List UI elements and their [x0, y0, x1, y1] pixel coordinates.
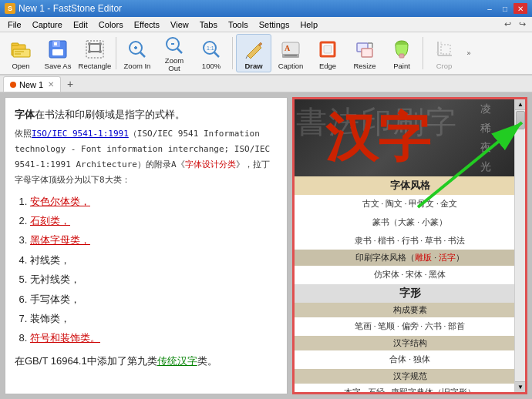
- rp-row-7: 本字 · 石经 · 康熙字典体（旧字形）: [295, 384, 525, 394]
- svg-line-24: [214, 52, 219, 57]
- svg-rect-33: [362, 49, 372, 57]
- menu-capture[interactable]: Capture: [28, 18, 67, 31]
- zoom-out-button[interactable]: Zoom Out: [157, 34, 192, 72]
- menu-bar: File Capture Edit Colors Effects View Ta…: [0, 17, 532, 32]
- window-controls: – □ ✕: [483, 3, 527, 14]
- caption-button[interactable]: A Caption: [273, 34, 308, 72]
- side-char-1: 凌: [480, 102, 491, 116]
- draw-button[interactable]: Draw: [236, 34, 271, 72]
- menu-colors[interactable]: Colors: [94, 18, 128, 31]
- list-item-1: 安色尔体类，: [30, 193, 278, 210]
- rp-row-3: 隶书 · 楷书 · 行书 · 草书 · 书法: [295, 232, 525, 250]
- intro-text: 在书法和印刷领域是指字的式样。: [35, 109, 185, 120]
- svg-text:1:1: 1:1: [207, 45, 214, 51]
- side-char-2: 稀: [480, 122, 491, 136]
- zoom-100-label: 100%: [202, 62, 221, 70]
- svg-point-14: [99, 50, 102, 53]
- menu-edit[interactable]: Edit: [69, 18, 93, 31]
- undo-button[interactable]: ↩: [501, 18, 514, 31]
- edge-button[interactable]: Edge: [310, 34, 345, 72]
- redo-button[interactable]: ↪: [516, 18, 529, 31]
- category-list: 安色尔体类， 石刻类， 黑体字母类， 衬线类， 无衬线类， 手写体类， 装饰类，…: [30, 193, 278, 347]
- paint-button[interactable]: Paint: [384, 34, 419, 72]
- save-as-button[interactable]: Save As: [40, 34, 76, 72]
- list-item-7: 装饰类，: [30, 310, 278, 327]
- toolbar-overflow[interactable]: »: [463, 34, 474, 72]
- title-bar: S New 1 - FastStone Editor – □ ✕: [0, 0, 532, 17]
- content-text: 字体在书法和印刷领域是指字的式样。 依照ISO/IEC 9541-1:1991（…: [15, 106, 278, 370]
- rp-row-1: 古文 · 陶文 · 甲骨文 · 金文: [295, 195, 525, 213]
- tab-close-button[interactable]: ✕: [48, 80, 54, 89]
- window-title: New 1 - FastStone Editor: [19, 3, 122, 14]
- rectangle-button[interactable]: Rectangle: [77, 34, 113, 72]
- svg-rect-1: [12, 43, 19, 45]
- menu-help[interactable]: Help: [295, 18, 322, 31]
- add-tab-button[interactable]: +: [62, 76, 78, 92]
- rp-row-5: 笔画 · 笔顺 · 偏旁 · 六书 · 部首: [295, 317, 525, 336]
- svg-rect-10: [89, 44, 100, 52]
- minimize-button[interactable]: –: [483, 3, 497, 14]
- scroll-down-button[interactable]: ▼: [515, 381, 526, 392]
- svg-point-13: [88, 50, 91, 53]
- crop-button[interactable]: Crop: [426, 34, 462, 72]
- toolbar-separator-2: [232, 37, 233, 69]
- svg-line-25: [246, 55, 247, 59]
- side-char-4: 光: [480, 160, 491, 174]
- rp-row-6: 合体 · 独体: [295, 350, 525, 369]
- open-button[interactable]: Open: [3, 34, 39, 72]
- toolbar-separator-1: [116, 37, 116, 69]
- menu-tools[interactable]: Tools: [224, 18, 253, 31]
- menu-tabs[interactable]: Tabs: [195, 18, 222, 31]
- resize-label: Resize: [353, 62, 375, 70]
- rectangle-label: Rectangle: [79, 62, 112, 70]
- open-label: Open: [12, 62, 29, 70]
- link-traditional[interactable]: 传统汉字: [157, 355, 197, 367]
- compose-elements-header: 构成要素: [295, 303, 525, 317]
- draw-label: Draw: [244, 62, 262, 70]
- svg-point-12: [99, 42, 102, 45]
- svg-point-11: [88, 42, 91, 45]
- menu-settings[interactable]: Settings: [254, 18, 295, 31]
- menu-file[interactable]: File: [3, 18, 26, 31]
- maximize-button[interactable]: □: [498, 3, 512, 14]
- draw-icon: [241, 37, 266, 62]
- title-bold: 字体: [15, 109, 35, 120]
- tab-label: New 1: [19, 80, 43, 89]
- ziying-header: 字形: [295, 284, 525, 303]
- left-panel: 字体在书法和印刷领域是指字的式样。 依照ISO/IEC 9541-1:1991（…: [5, 97, 288, 394]
- save-as-label: Save As: [45, 62, 72, 70]
- hanzi-norm-header: 汉字规范: [295, 369, 525, 384]
- close-button[interactable]: ✕: [513, 3, 527, 14]
- svg-rect-31: [324, 45, 332, 53]
- menu-view[interactable]: View: [166, 18, 194, 31]
- tab-new1[interactable]: New 1 ✕: [3, 76, 61, 92]
- link-iso[interactable]: ISO/IEC 9541-1:1991: [32, 129, 129, 139]
- scrollbar-thumb[interactable]: [516, 111, 525, 129]
- zoom-out-icon: [162, 35, 187, 56]
- footer-text: 在GB/T 16964.1中添加了第九类传统汉字类。: [15, 352, 278, 370]
- link-font-design[interactable]: 字体设计分类: [185, 159, 236, 169]
- rectangle-icon: [82, 37, 107, 62]
- list-item-6: 手写体类，: [30, 290, 278, 308]
- paint-icon: [389, 37, 414, 62]
- crop-icon: [432, 37, 456, 62]
- list-item-8: 符号和装饰类。: [30, 329, 278, 347]
- menu-effects[interactable]: Effects: [130, 18, 164, 31]
- rp-row-2: 篆书（大篆 · 小篆）: [295, 213, 525, 232]
- zoom-in-button[interactable]: Zoom In: [120, 34, 155, 72]
- side-char-3: 夜: [480, 141, 491, 155]
- zoom-out-label: Zoom Out: [159, 57, 190, 72]
- right-scrollbar[interactable]: ▲ ▼: [514, 99, 525, 392]
- han-header-image: 凌 稀 夜 光 書法印刷字 汉字: [295, 99, 525, 176]
- svg-line-18: [140, 52, 145, 57]
- resize-button[interactable]: Resize: [347, 34, 382, 72]
- zoom-100-button[interactable]: 1:1 100%: [194, 34, 229, 72]
- scroll-up-button[interactable]: ▲: [515, 99, 526, 110]
- paint-label: Paint: [393, 62, 410, 70]
- right-panel-inner: 凌 稀 夜 光 書法印刷字 汉字: [295, 99, 525, 394]
- rp-row-4: 仿宋体 · 宋体 · 黑体: [295, 266, 525, 284]
- font-style-header: 字体风格: [295, 176, 525, 195]
- app-icon: S: [5, 3, 15, 14]
- caption-label: Caption: [278, 62, 304, 70]
- rp-highlight-1: 印刷字体风格（雕版 · 活字）: [295, 250, 525, 266]
